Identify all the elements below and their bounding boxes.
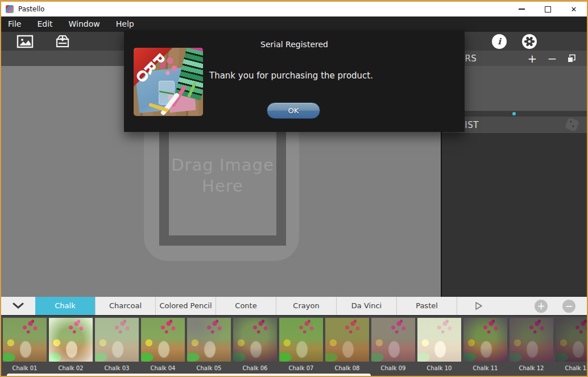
menu-item-window[interactable]: Window bbox=[61, 16, 108, 32]
plus-icon: + bbox=[537, 301, 545, 311]
preset-thumbnail-tint bbox=[233, 318, 277, 362]
import-icon bbox=[55, 35, 71, 48]
preset-thumbnail-strip: Chalk 01Chalk 02Chalk 03Chalk 04Chalk 05… bbox=[1, 315, 587, 376]
tab-da-vinci[interactable]: Da Vinci bbox=[337, 297, 397, 315]
preset-thumbnail[interactable]: Chalk 11 bbox=[463, 318, 507, 371]
preset-thumbnail-label: Chalk 12 bbox=[510, 365, 553, 371]
settings-button[interactable] bbox=[522, 34, 537, 49]
horizontal-scrollbar[interactable] bbox=[7, 374, 371, 376]
play-icon bbox=[475, 301, 483, 310]
tab-pastel[interactable]: Pastel bbox=[397, 297, 457, 315]
close-icon: ✕ bbox=[571, 6, 577, 13]
minimize-icon bbox=[519, 9, 525, 10]
duplicate-icon bbox=[567, 54, 576, 63]
preset-thumbnail-image bbox=[510, 318, 553, 362]
preset-thumbnail[interactable]: Chalk 07 bbox=[279, 318, 323, 371]
open-image-icon bbox=[16, 35, 34, 48]
drop-zone-inner: Drag Image Here bbox=[169, 115, 276, 235]
play-presets-button[interactable] bbox=[467, 297, 490, 315]
menu-item-edit[interactable]: Edit bbox=[29, 16, 60, 32]
preset-thumbnail-label: Chalk 05 bbox=[187, 365, 231, 371]
preset-thumbnail[interactable]: Chalk 02 bbox=[49, 318, 93, 371]
info-button[interactable]: i bbox=[492, 34, 507, 49]
app-icon bbox=[6, 5, 14, 13]
duplicate-layer-button[interactable] bbox=[564, 51, 579, 66]
preset-thumbnail-image bbox=[141, 318, 185, 362]
preset-thumbnail-image bbox=[556, 318, 587, 362]
preset-thumbnail-image bbox=[463, 318, 507, 362]
preset-thumbnail[interactable]: Chalk 05 bbox=[187, 318, 231, 371]
preset-thumbnail-label: Chalk 06 bbox=[233, 365, 277, 371]
preset-thumbnail-tint bbox=[417, 318, 461, 362]
ok-button-label: OK bbox=[288, 106, 299, 115]
chevron-down-icon bbox=[12, 303, 24, 309]
tab-charcoal[interactable]: Charcoal bbox=[96, 297, 156, 315]
preset-thumbnail-tint bbox=[371, 318, 415, 362]
dialog-message: Thank you for purchasing the product. bbox=[209, 71, 373, 81]
ok-button[interactable]: OK bbox=[267, 102, 320, 119]
minus-icon: − bbox=[548, 53, 557, 64]
preset-thumbnail-tint bbox=[141, 318, 185, 362]
preset-thumbnail-label: Chalk 13 bbox=[556, 365, 587, 371]
preset-thumbnail[interactable]: Chalk 08 bbox=[325, 318, 369, 371]
preset-thumbnail-image bbox=[95, 318, 139, 362]
remove-layer-button[interactable]: − bbox=[544, 51, 560, 66]
splitter-handle-dot bbox=[512, 112, 516, 115]
preset-thumbnail-tint bbox=[463, 318, 507, 362]
minimize-button[interactable] bbox=[508, 2, 535, 16]
preset-thumbnail-label: Chalk 01 bbox=[3, 365, 47, 371]
import-button[interactable] bbox=[52, 34, 73, 49]
preset-thumbnail[interactable]: Chalk 04 bbox=[141, 318, 185, 371]
random-preset-dice-icon[interactable] bbox=[565, 117, 579, 132]
add-layer-button[interactable]: + bbox=[524, 51, 540, 66]
menu-item-help[interactable]: Help bbox=[108, 16, 142, 32]
preset-thumbnail-label: Chalk 02 bbox=[49, 365, 93, 371]
tab-colored-pencil[interactable]: Colored Pencil bbox=[156, 297, 216, 315]
preset-thumbnail-label: Chalk 03 bbox=[95, 365, 139, 371]
preset-thumbnail-image bbox=[279, 318, 323, 362]
maximize-button[interactable] bbox=[535, 2, 561, 16]
zoom-out-presets-button[interactable]: − bbox=[562, 300, 575, 313]
serial-registered-dialog: Serial Registered PRO Thank you for purc… bbox=[124, 30, 465, 132]
menu-item-file[interactable]: File bbox=[1, 16, 29, 32]
preset-thumbnail-tint bbox=[510, 318, 553, 362]
tab-conte[interactable]: Conte bbox=[216, 297, 276, 315]
preset-thumbnail-tint bbox=[279, 318, 323, 362]
preset-thumbnail-label: Chalk 08 bbox=[325, 365, 369, 371]
preset-list-content[interactable] bbox=[442, 133, 587, 297]
plus-icon: + bbox=[528, 53, 537, 64]
preset-thumbnail-label: Chalk 10 bbox=[417, 365, 461, 371]
preset-thumbnail-tint bbox=[187, 318, 231, 362]
preset-tabbar: ChalkCharcoalColored PencilConteCrayonDa… bbox=[1, 297, 587, 315]
collapse-presets-button[interactable] bbox=[1, 297, 36, 315]
tab-chalk[interactable]: Chalk bbox=[35, 297, 96, 315]
tab-crayon[interactable]: Crayon bbox=[276, 297, 337, 315]
close-button[interactable]: ✕ bbox=[561, 2, 587, 16]
preset-thumbnail-label: Chalk 07 bbox=[279, 365, 323, 371]
preset-thumbnail-image bbox=[371, 318, 415, 362]
preset-thumbnail-tint bbox=[325, 318, 369, 362]
zoom-in-presets-button[interactable]: + bbox=[535, 300, 548, 313]
preset-thumbnail[interactable]: Chalk 10 bbox=[417, 318, 461, 371]
preset-thumbnail-label: Chalk 11 bbox=[463, 365, 507, 371]
preset-thumbnails: Chalk 01Chalk 02Chalk 03Chalk 04Chalk 05… bbox=[3, 318, 587, 371]
preset-thumbnail-image bbox=[3, 318, 47, 362]
preset-thumbnail[interactable]: Chalk 09 bbox=[371, 318, 415, 371]
app-window: Pastello ✕ FileEditWindowHelp i bbox=[0, 0, 588, 377]
minus-icon: − bbox=[565, 301, 573, 311]
preset-thumbnail-tint bbox=[95, 318, 139, 362]
window-controls: ✕ bbox=[508, 2, 587, 16]
preset-thumbnail-label: Chalk 09 bbox=[371, 365, 415, 371]
preset-tabs: ChalkCharcoalColored PencilConteCrayonDa… bbox=[35, 297, 457, 315]
preset-thumbnail[interactable]: Chalk 06 bbox=[233, 318, 277, 371]
preset-thumbnail-image bbox=[325, 318, 369, 362]
preset-thumbnail[interactable]: Chalk 13 bbox=[556, 318, 587, 371]
preset-thumbnail-image bbox=[187, 318, 231, 362]
info-icon: i bbox=[498, 38, 501, 46]
preset-thumbnail[interactable]: Chalk 03 bbox=[95, 318, 139, 371]
preset-thumbnail-label: Chalk 04 bbox=[141, 365, 185, 371]
preset-thumbnail[interactable]: Chalk 01 bbox=[3, 318, 47, 371]
preset-thumbnail-tint bbox=[49, 318, 93, 362]
open-image-button[interactable] bbox=[15, 34, 35, 49]
preset-thumbnail[interactable]: Chalk 12 bbox=[510, 318, 553, 371]
